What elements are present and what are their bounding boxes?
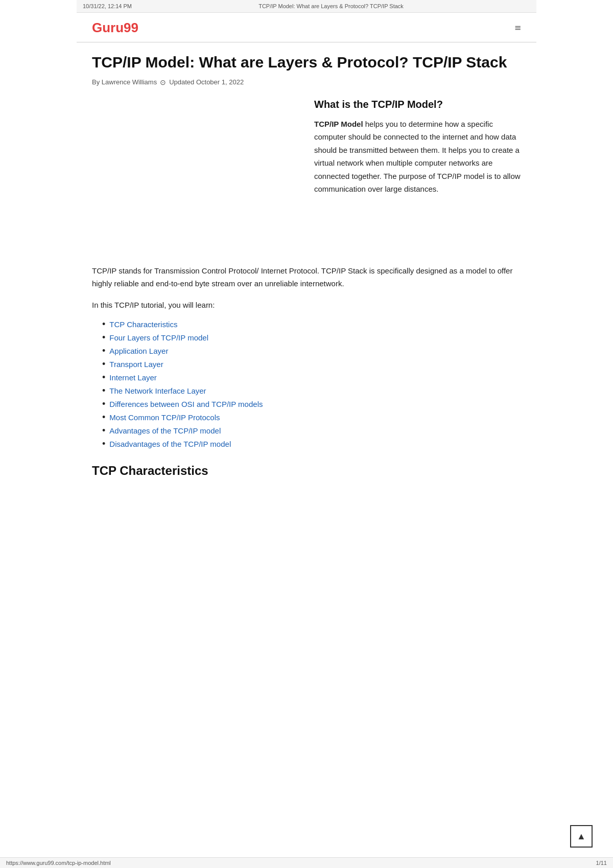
- intro-layout: What is the TCP/IP Model? TCP/IP Model h…: [92, 99, 521, 252]
- toc-link-four-layers[interactable]: Four Layers of TCP/IP model: [109, 333, 208, 342]
- intro-right-box: What is the TCP/IP Model? TCP/IP Model h…: [314, 99, 521, 252]
- list-item: TCP Characteristics: [102, 319, 521, 329]
- logo-text-accent: 99: [124, 20, 138, 35]
- toc-link-internet-layer[interactable]: Internet Layer: [109, 373, 157, 382]
- toc-link-network-interface-layer[interactable]: The Network Interface Layer: [109, 386, 206, 395]
- toc-link-osi-differences[interactable]: Differences between OSI and TCP/IP model…: [109, 400, 263, 408]
- intro-bold-term: TCP/IP Model: [314, 120, 363, 128]
- clock-icon: ⊙: [160, 78, 166, 86]
- list-item: Disadvantages of the TCP/IP model: [102, 439, 521, 448]
- intro-image-placeholder: [92, 99, 299, 252]
- article-author: By Lawrence Williams: [92, 78, 157, 86]
- browser-tab-title: TCP/IP Model: What are Layers & Protocol…: [132, 3, 530, 9]
- browser-bar: 10/31/22, 12:14 PM TCP/IP Model: What ar…: [77, 0, 536, 13]
- main-content: TCP/IP Model: What are Layers & Protocol…: [77, 42, 536, 509]
- intro-text-rest: helps you to determine how a specific co…: [314, 120, 521, 194]
- toc-link-common-protocols[interactable]: Most Common TCP/IP Protocols: [109, 413, 220, 422]
- toc-link-advantages[interactable]: Advantages of the TCP/IP model: [109, 426, 221, 435]
- toc-link-application-layer[interactable]: Application Layer: [109, 347, 168, 355]
- list-item: Differences between OSI and TCP/IP model…: [102, 399, 521, 408]
- article-title: TCP/IP Model: What are Layers & Protocol…: [92, 53, 521, 72]
- body-paragraph-1: TCP/IP stands for Transmission Control P…: [92, 264, 521, 290]
- toc-list: TCP Characteristics Four Layers of TCP/I…: [102, 319, 521, 448]
- logo-text-plain: Guru: [92, 20, 124, 35]
- toc-link-disadvantages[interactable]: Disadvantages of the TCP/IP model: [109, 440, 231, 448]
- toc-link-transport-layer[interactable]: Transport Layer: [109, 360, 163, 369]
- article-updated: Updated October 1, 2022: [169, 78, 244, 86]
- intro-box-title: What is the TCP/IP Model?: [314, 99, 521, 110]
- intro-box-text: TCP/IP Model helps you to determine how …: [314, 118, 521, 196]
- list-item: The Network Interface Layer: [102, 386, 521, 395]
- list-item: Application Layer: [102, 346, 521, 355]
- list-item: Most Common TCP/IP Protocols: [102, 413, 521, 422]
- section1-heading: TCP Characteristics: [92, 464, 521, 478]
- list-item: Transport Layer: [102, 359, 521, 369]
- list-item: Internet Layer: [102, 373, 521, 382]
- body-paragraph-2: In this TCP/IP tutorial, you will learn:: [92, 299, 521, 312]
- article-meta: By Lawrence Williams ⊙ Updated October 1…: [92, 78, 521, 86]
- hamburger-menu-icon[interactable]: ≡: [515, 21, 521, 35]
- list-item: Advantages of the TCP/IP model: [102, 426, 521, 435]
- list-item: Four Layers of TCP/IP model: [102, 333, 521, 342]
- site-logo[interactable]: Guru99: [92, 20, 138, 36]
- browser-timestamp: 10/31/22, 12:14 PM: [83, 3, 132, 9]
- site-header: Guru99 ≡: [77, 13, 536, 42]
- toc-link-tcp-characteristics[interactable]: TCP Characteristics: [109, 320, 177, 329]
